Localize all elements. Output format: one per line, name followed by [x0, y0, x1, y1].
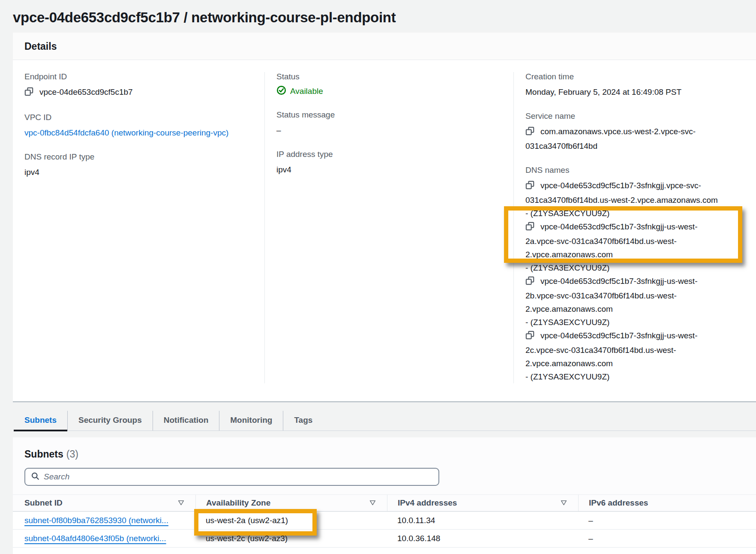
vpc-id-link[interactable]: vpc-0fbc84d54fdcfa640 (networking-course… [24, 126, 239, 139]
dns-name-value: vpce-04de653cd9cf5c1b7-3sfnkgjj-us-west-… [525, 331, 697, 368]
cut-off-row [13, 548, 756, 554]
sort-icon[interactable] [561, 498, 567, 508]
status-label: Status [276, 72, 501, 81]
ipv4-address-value: 10.0.36.148 [387, 530, 578, 547]
subnet-id-link[interactable]: subnet-0f80b9ba762853930 (networki... [24, 516, 168, 525]
details-column-1: Endpoint ID vpce-04de653cd9cf5c1b7 VPC I… [13, 72, 264, 383]
details-grid: Endpoint ID vpce-04de653cd9cf5c1b7 VPC I… [13, 60, 756, 401]
ipv6-address-value: – [578, 530, 756, 547]
search-row [13, 460, 756, 494]
copy-icon[interactable] [525, 180, 534, 193]
subnets-count-badge: (3) [66, 449, 78, 460]
table-row: subnet-0f80b9ba762853930 (networki... us… [13, 512, 756, 530]
dns-entry: vpce-04de653cd9cf5c1b7-3sfnkgjj-us-west-… [525, 274, 725, 329]
dns-record-ip-type-label: DNS record IP type [24, 152, 239, 162]
details-column-3: Creation time Monday, February 5, 2024 a… [513, 72, 756, 383]
details-column-2: Status Available Status message – IP add… [264, 72, 513, 383]
tab-notification[interactable]: Notification [153, 411, 219, 431]
page-title: vpce-04de653cd9cf5c1b7 / networking-cour… [0, 0, 756, 33]
dns-names-label: DNS names [525, 166, 725, 175]
dns-zone-id: - (Z1YSA3EXCYUU9Z) [525, 370, 725, 383]
tab-monitoring[interactable]: Monitoring [219, 411, 283, 431]
ip-address-type-label: IP address type [276, 150, 501, 159]
dns-name-value: vpce-04de653cd9cf5c1b7-3sfnkgjj-us-west-… [525, 222, 697, 259]
field-status: Status Available [276, 72, 501, 97]
ipv6-address-value: – [578, 512, 756, 529]
tabs-strip: Subnets Security Groups Notification Mon… [14, 411, 756, 431]
ipv4-address-value: 10.0.11.34 [387, 512, 578, 529]
dns-name-value: vpce-04de653cd9cf5c1b7-3sfnkgjj.vpce-svc… [525, 181, 718, 205]
column-header-ipv6[interactable]: IPv6 addresses [578, 495, 756, 511]
tab-subnets[interactable]: Subnets [14, 411, 67, 431]
field-dns-record-ip-type: DNS record IP type ipv4 [24, 152, 239, 179]
search-icon [31, 472, 39, 482]
sort-icon[interactable] [369, 498, 376, 508]
dns-entry-highlighted: vpce-04de653cd9cf5c1b7-3sfnkgjj-us-west-… [525, 220, 725, 274]
dns-names-list: vpce-04de653cd9cf5c1b7-3sfnkgjj.vpce-svc… [525, 179, 725, 383]
dns-entry: vpce-04de653cd9cf5c1b7-3sfnkgjj-us-west-… [525, 329, 725, 383]
subnets-heading: Subnets(3) [13, 449, 756, 460]
vpc-id-label: VPC ID [24, 113, 239, 122]
column-header-subnet-id[interactable]: Subnet ID [13, 495, 195, 511]
creation-time-value: Monday, February 5, 2024 at 16:49:08 PST [525, 85, 725, 99]
availability-zone-value: us-west-2a (usw2-az1) [206, 516, 288, 525]
table-row: subnet-048afd4806e43f05b (networki... us… [13, 530, 756, 548]
dns-zone-id: - (Z1YSA3EXCYUU9Z) [525, 261, 725, 274]
search-box[interactable] [24, 468, 439, 486]
tab-tags[interactable]: Tags [283, 411, 323, 431]
subnets-heading-text: Subnets [24, 449, 63, 460]
column-header-ipv4[interactable]: IPv4 addresses [387, 495, 578, 511]
dns-zone-id: - (Z1YSA3EXCYUU9Z) [525, 316, 725, 329]
details-card: Details Endpoint ID vpce-04de653cd9cf5c1… [13, 33, 756, 402]
copy-icon[interactable] [525, 330, 534, 343]
field-service-name: Service name com.amazonaws.vpce.us-west-… [525, 111, 725, 153]
tab-security-groups[interactable]: Security Groups [67, 411, 153, 431]
subnets-table: Subnet ID Availability Zone IPv4 address… [13, 494, 756, 554]
subnets-panel: Subnets(3) Subnet ID Availability Zone I… [13, 437, 756, 552]
field-creation-time: Creation time Monday, February 5, 2024 a… [525, 72, 725, 99]
field-ip-address-type: IP address type ipv4 [276, 150, 501, 176]
endpoint-id-label: Endpoint ID [24, 72, 239, 81]
service-name-label: Service name [525, 111, 725, 121]
dns-name-value: vpce-04de653cd9cf5c1b7-3sfnkgjj-us-west-… [525, 277, 697, 313]
field-dns-names: DNS names vpce-04de653cd9cf5c1b7-3sfnkgj… [525, 166, 725, 383]
status-message-label: Status message [276, 110, 501, 120]
column-header-availability-zone[interactable]: Availability Zone [195, 495, 387, 511]
details-heading: Details [24, 41, 744, 52]
endpoint-id-value: vpce-04de653cd9cf5c1b7 [39, 87, 133, 96]
copy-icon[interactable] [525, 276, 534, 289]
field-vpc-id: VPC ID vpc-0fbc84d54fdcfa640 (networking… [24, 113, 239, 139]
availability-zone-value: us-west-2c (usw2-az3) [195, 530, 387, 547]
field-endpoint-id: Endpoint ID vpce-04de653cd9cf5c1b7 [24, 72, 239, 100]
table-header-row: Subnet ID Availability Zone IPv4 address… [13, 494, 756, 512]
copy-icon[interactable] [525, 126, 534, 139]
status-available-icon [276, 85, 286, 97]
dns-zone-id: - (Z1YSA3EXCYUU9Z) [525, 207, 725, 220]
dns-entry: vpce-04de653cd9cf5c1b7-3sfnkgjj.vpce-svc… [525, 179, 725, 220]
subnet-id-link[interactable]: subnet-048afd4806e43f05b (networki... [24, 534, 166, 543]
copy-icon[interactable] [24, 87, 33, 100]
copy-icon[interactable] [525, 221, 534, 235]
details-card-header: Details [13, 33, 756, 60]
creation-time-label: Creation time [525, 72, 725, 81]
sort-icon[interactable] [178, 498, 184, 508]
service-name-value: com.amazonaws.vpce.us-west-2.vpce-svc-03… [525, 127, 696, 151]
status-badge: Available [290, 87, 323, 96]
search-input[interactable] [44, 472, 433, 482]
ip-address-type-value: ipv4 [276, 163, 501, 176]
field-status-message: Status message – [276, 110, 501, 137]
status-message-value: – [276, 123, 501, 137]
dns-record-ip-type-value: ipv4 [24, 166, 239, 179]
